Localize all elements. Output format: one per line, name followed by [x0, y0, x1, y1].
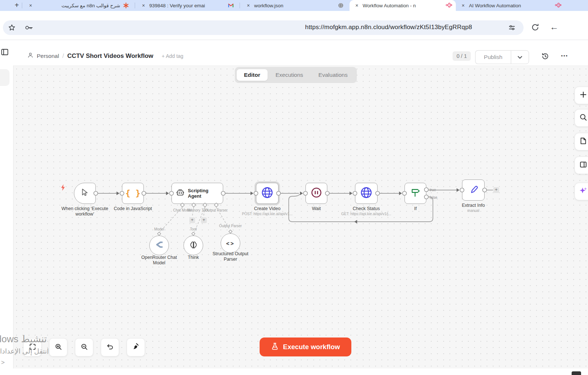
chat-widget-edge[interactable]: [572, 371, 581, 375]
tab-workflow-json[interactable]: × workflow.json: [241, 0, 348, 11]
tab-title: شرح قوالب n8n مع سكريبت: [36, 3, 120, 8]
tab-n8n-templates[interactable]: × شرح قوالب n8n مع سكريبت: [23, 0, 133, 11]
tab-separator: [240, 3, 240, 8]
close-icon[interactable]: ×: [460, 3, 466, 8]
more-menu-button[interactable]: •••: [561, 53, 568, 59]
publish-button[interactable]: Publish: [475, 50, 511, 64]
search-icon: [579, 113, 587, 123]
add-memory-button[interactable]: +: [189, 217, 195, 223]
if-output-true-label: true: [430, 188, 436, 192]
add-tool-button[interactable]: +: [201, 217, 207, 223]
node-wait[interactable]: [305, 183, 327, 204]
node-manual-trigger[interactable]: [74, 183, 96, 204]
node-if[interactable]: [405, 183, 426, 204]
ai-sparkle-icon: [579, 186, 588, 197]
panel-toggle-button[interactable]: [575, 157, 588, 174]
browser-toolbar: https://mofgkm.app.n8n.cloud/workflow/zK…: [0, 11, 588, 40]
close-icon[interactable]: ×: [354, 3, 360, 8]
subnode-label-parser: Structured OutputParser: [203, 251, 258, 262]
subnode-structured-parser[interactable]: <>: [221, 233, 240, 253]
tab-executions[interactable]: Executions: [268, 69, 311, 81]
globe-node-icon: [261, 186, 273, 200]
windows-activation-subtext: انتقل إلى الإعدادات: [0, 347, 49, 355]
node-create-video[interactable]: [256, 183, 279, 204]
url-text[interactable]: https://mofgkm.app.n8n.cloud/workflow/zK…: [305, 24, 472, 31]
tidy-up-button[interactable]: [127, 338, 145, 356]
tab-evaluations[interactable]: Evaluations: [311, 69, 355, 81]
node-label-check-status: Check Status: [339, 206, 394, 212]
trigger-bolt-icon: [60, 184, 66, 193]
robot-icon: [176, 189, 185, 198]
n8n-icon: [446, 3, 451, 8]
node-label-wait: Wait: [289, 206, 344, 212]
undo-icon: [106, 343, 114, 352]
workflow-canvas[interactable]: { } Scripting Agent + When clicking: [13, 66, 588, 368]
node-label-extract: Extract Info: [446, 203, 501, 208]
tab-ai-workflow-automation[interactable]: × AI Workflow Automation: [456, 0, 565, 11]
undo-button[interactable]: [101, 338, 119, 356]
add-node-icon: [579, 91, 587, 100]
brain-icon: [189, 240, 198, 251]
bookmark-star-icon[interactable]: [8, 24, 16, 31]
node-code[interactable]: { }: [122, 183, 144, 204]
tab-editor[interactable]: Editor: [237, 69, 268, 81]
node-label-create-video: Create Video: [240, 206, 295, 212]
add-tag-button[interactable]: + Add tag: [162, 53, 183, 59]
tidy-up-icon: [132, 343, 140, 352]
breadcrumb-separator: /: [62, 53, 64, 59]
browser-tab-strip: + × شرح قوالب n8n مع سكريبت × 939848 : V…: [0, 0, 588, 11]
chevron-right-icon: >: [1, 359, 5, 366]
tab-workflow-automation-active[interactable]: × Workflow Automation - n: [350, 0, 456, 11]
cursor-icon: [80, 188, 90, 199]
workflow-edges: [13, 66, 588, 369]
add-next-node-button[interactable]: +: [493, 187, 499, 193]
close-icon[interactable]: ×: [141, 3, 146, 8]
password-key-icon[interactable]: [25, 24, 33, 31]
tab-separator: [135, 3, 135, 8]
node-extract-info[interactable]: [462, 179, 485, 201]
tune-icon[interactable]: [508, 24, 516, 31]
breadcrumb-project[interactable]: Personal: [37, 53, 59, 59]
tab-title: 939848 : Verify your emai: [149, 3, 225, 8]
search-button[interactable]: [575, 109, 588, 127]
sidebar-toggle-icon[interactable]: [1, 48, 8, 57]
zoom-in-icon: [55, 343, 62, 352]
sticky-note-button[interactable]: [575, 133, 588, 150]
node-check-status[interactable]: [355, 183, 378, 204]
address-bar[interactable]: https://mofgkm.app.n8n.cloud/workflow/zK…: [3, 20, 524, 35]
reload-icon[interactable]: [531, 23, 540, 32]
angle-brackets-icon: <>: [226, 240, 235, 246]
gmail-icon: [228, 3, 234, 8]
subnode-think[interactable]: [183, 236, 203, 255]
tab-title: Workflow Automation - n: [363, 3, 443, 8]
sidebar-collapsed-item[interactable]: [0, 69, 9, 86]
ai-assistant-button[interactable]: [575, 183, 588, 200]
view-tab-bar: Editor Executions Evaluations: [235, 67, 357, 83]
history-icon[interactable]: [541, 52, 549, 62]
node-sub-extract: manual: [435, 209, 512, 213]
workflow-header: Personal / CCTV Short Videos Workflow + …: [13, 40, 588, 66]
publish-dropdown-button[interactable]: [511, 50, 529, 64]
execute-workflow-label: Execute workflow: [283, 343, 340, 351]
if-output-false-label: false: [430, 196, 437, 200]
back-arrow-icon[interactable]: ←: [549, 22, 559, 32]
node-sub-check-status: GET: https://api.kie.ai/api/v1/j...: [328, 212, 405, 216]
subnode-openrouter[interactable]: [149, 236, 169, 255]
zoom-in-button[interactable]: [49, 338, 67, 356]
tab-verify-email[interactable]: × 939848 : Verify your emai: [136, 0, 238, 11]
add-node-button[interactable]: [575, 87, 588, 104]
globe-node-icon: [360, 186, 372, 200]
signpost-icon: [410, 187, 421, 200]
close-icon[interactable]: ×: [245, 3, 251, 8]
user-icon: [27, 52, 33, 60]
execute-workflow-button[interactable]: Execute workflow: [260, 338, 351, 356]
zoom-out-button[interactable]: [75, 338, 93, 356]
workflow-title[interactable]: CCTV Short Videos Workflow: [67, 52, 153, 60]
asterisk-icon: [123, 3, 129, 8]
chevron-down-icon: [517, 54, 522, 60]
tab-title: workflow.json: [254, 3, 335, 8]
node-scripting-agent[interactable]: Scripting Agent: [171, 183, 223, 204]
node-label-code: Code in JavaScript: [106, 206, 160, 212]
close-icon[interactable]: ×: [28, 3, 33, 8]
new-tab-button[interactable]: +: [12, 1, 21, 9]
